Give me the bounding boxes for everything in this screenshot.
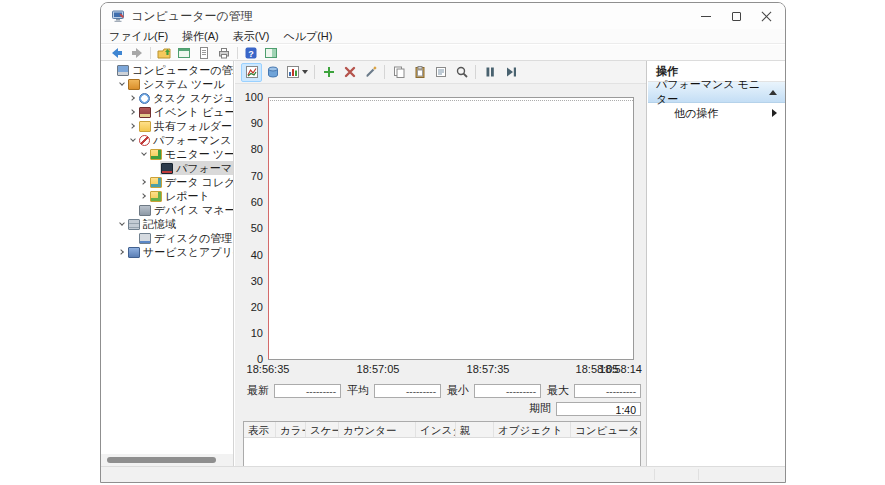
x-tick-label: 18:57:05 (357, 363, 400, 375)
collapse-arrow-icon[interactable] (769, 90, 777, 95)
expand-chevron-icon[interactable] (127, 93, 138, 104)
tree-horizontal-scrollbar[interactable] (101, 454, 233, 466)
y-tick-label: 70 (235, 170, 263, 182)
properties-button[interactable] (430, 63, 451, 82)
expand-chevron-icon[interactable] (116, 247, 127, 258)
expand-chevron-icon[interactable] (127, 107, 138, 118)
tree-item-performance-monitor[interactable]: パフォーマンス モニター (101, 161, 233, 175)
collapse-chevron-icon[interactable] (138, 149, 149, 160)
update-data-button[interactable] (500, 63, 521, 82)
minimize-button[interactable] (691, 3, 721, 29)
tree-item-system-tools[interactable]: システム ツール (101, 77, 233, 91)
column-scale[interactable]: スケー... (306, 422, 339, 437)
last-label: 最新 (247, 383, 274, 398)
expand-chevron-icon[interactable] (138, 191, 149, 202)
y-tick-label: 20 (235, 301, 263, 313)
actions-group-performance-monitor[interactable]: パフォーマンス モニター (648, 82, 785, 103)
view-log-data-button[interactable] (262, 63, 283, 82)
maximize-button[interactable] (721, 3, 751, 29)
show-action-pane-button[interactable] (261, 45, 281, 60)
shared-folders-icon (139, 121, 151, 132)
reports-icon (150, 191, 162, 202)
collapse-chevron-icon[interactable] (127, 135, 138, 146)
copy-properties-button[interactable] (388, 63, 409, 82)
paste-counter-list-button[interactable] (409, 63, 430, 82)
scrollbar-thumb[interactable] (107, 457, 216, 463)
legend-header-row: 表示 カラー スケー... カウンター インスタ... 親 オブジェクト コンピ… (244, 422, 640, 438)
menu-view[interactable]: 表示(V) (233, 29, 270, 44)
tree-item-data-collector-sets[interactable]: データ コレクター セット (101, 175, 233, 189)
submenu-arrow-icon (772, 109, 777, 117)
column-computer[interactable]: コンピューター (571, 422, 640, 437)
menu-action[interactable]: 操作(A) (182, 29, 219, 44)
status-separator (654, 469, 655, 480)
toolbar-separator (475, 65, 476, 79)
show-console-tree-button[interactable] (174, 45, 194, 60)
tree-item-services-and-applications[interactable]: サービスとアプリケーション (101, 245, 233, 259)
duration-row: 期間1:40 (247, 401, 641, 416)
x-tick-label: 18:57:35 (467, 363, 510, 375)
highlight-button[interactable] (360, 63, 381, 82)
freeze-display-button[interactable] (479, 63, 500, 82)
menu-file[interactable]: ファイル(F) (109, 29, 168, 44)
tree-item-shared-folders[interactable]: 共有フォルダー (101, 119, 233, 133)
tree-item-computer-management[interactable]: コンピューターの管理 (ローカル) (101, 63, 233, 77)
counter-legend-table: 表示 カラー スケー... カウンター インスタ... 親 オブジェクト コンピ… (243, 421, 641, 468)
close-button[interactable] (751, 3, 781, 29)
main-toolbar: ? (101, 45, 785, 61)
view-current-activity-button[interactable] (241, 63, 262, 82)
change-graph-type-button[interactable] (283, 63, 311, 82)
delete-button[interactable] (339, 63, 360, 82)
back-arrow-icon (110, 46, 124, 60)
clipboard-icon (413, 65, 427, 79)
toolbar-separator (384, 65, 385, 79)
y-tick-label: 40 (235, 249, 263, 261)
average-label: 平均 (347, 383, 374, 398)
y-tick-label: 10 (235, 327, 263, 339)
main-area: コンピューターの管理 (ローカル) システム ツール タスク スケジューラ イベ… (101, 61, 785, 466)
print-button[interactable] (214, 45, 234, 60)
top-gridline (268, 100, 633, 101)
column-counter[interactable]: カウンター (339, 422, 416, 437)
tree-item-reports[interactable]: レポート (101, 189, 233, 203)
tree-item-device-manager[interactable]: デバイス マネージャー (101, 203, 233, 217)
expand-chevron-icon[interactable] (138, 177, 149, 188)
menu-help[interactable]: ヘルプ(H) (283, 29, 332, 44)
document-icon (197, 46, 211, 60)
expand-chevron-icon[interactable] (127, 121, 138, 132)
folder-up-button[interactable] (154, 45, 174, 60)
tree-item-event-viewer[interactable]: イベント ビューアー (101, 105, 233, 119)
add-plus-icon (322, 65, 336, 79)
column-object[interactable]: オブジェクト (494, 422, 571, 437)
forward-button[interactable] (127, 45, 147, 60)
perfmon-graph-plot-area (268, 97, 634, 360)
console-window-icon (177, 46, 191, 60)
x-tick-label: 18:56:35 (247, 363, 290, 375)
tree-item-disk-management[interactable]: ディスクの管理 (101, 231, 233, 245)
y-tick-label: 50 (235, 222, 263, 234)
toolbar-separator (237, 47, 238, 59)
collapse-chevron-icon[interactable] (116, 79, 127, 90)
tree-item-storage[interactable]: 記憶域 (101, 217, 233, 231)
zoom-button[interactable] (451, 63, 472, 82)
performance-monitor-icon (161, 163, 173, 174)
tree-item-monitoring-tools[interactable]: モニター ツール (101, 147, 233, 161)
pause-icon (483, 65, 497, 79)
export-list-button[interactable] (194, 45, 214, 60)
monitoring-tools-icon (150, 149, 162, 160)
column-instance[interactable]: インスタ... (416, 422, 456, 437)
back-button[interactable] (107, 45, 127, 60)
add-counter-button[interactable] (318, 63, 339, 82)
column-show[interactable]: 表示 (244, 422, 276, 437)
tree-item-performance[interactable]: パフォーマンス (101, 133, 233, 147)
y-tick-label: 90 (235, 117, 263, 129)
forward-arrow-icon (130, 46, 144, 60)
window-controls (691, 3, 781, 29)
collapse-chevron-icon[interactable] (116, 219, 127, 230)
help-icon: ? (244, 46, 258, 60)
last-value-field: --------- (274, 384, 341, 398)
column-parent[interactable]: 親 (456, 422, 494, 437)
tree-item-task-scheduler[interactable]: タスク スケジューラ (101, 91, 233, 105)
column-color[interactable]: カラー (276, 422, 306, 437)
help-button[interactable]: ? (241, 45, 261, 60)
